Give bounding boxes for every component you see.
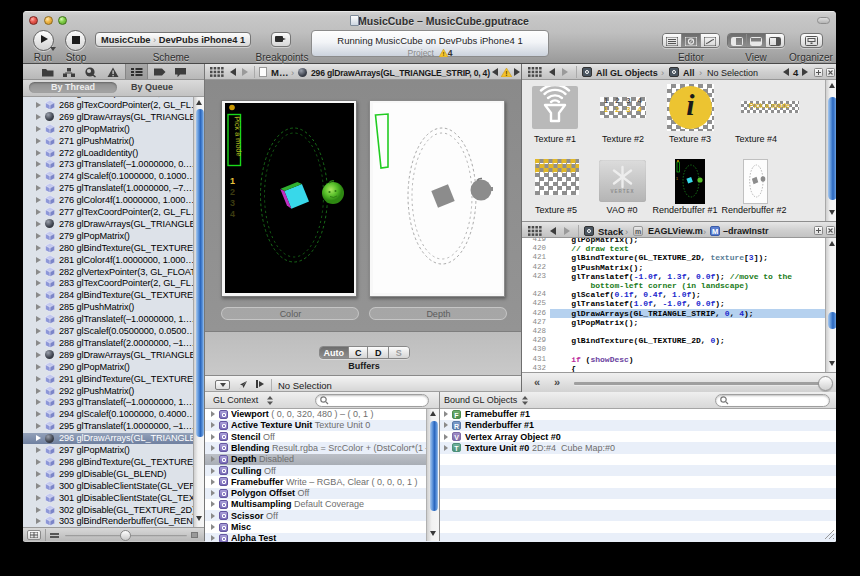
svg-text:1: 1: [230, 176, 235, 186]
svg-text:Pick a mode: Pick a mode: [232, 116, 243, 157]
svg-text:!: !: [442, 51, 444, 57]
svg-text:2: 2: [230, 187, 235, 197]
svg-text:1: 1: [676, 177, 678, 181]
svg-text:4: 4: [230, 209, 235, 219]
svg-text:3: 3: [230, 198, 235, 208]
svg-text:VERTEX: VERTEX: [610, 189, 634, 194]
svg-text:!: !: [505, 70, 507, 77]
